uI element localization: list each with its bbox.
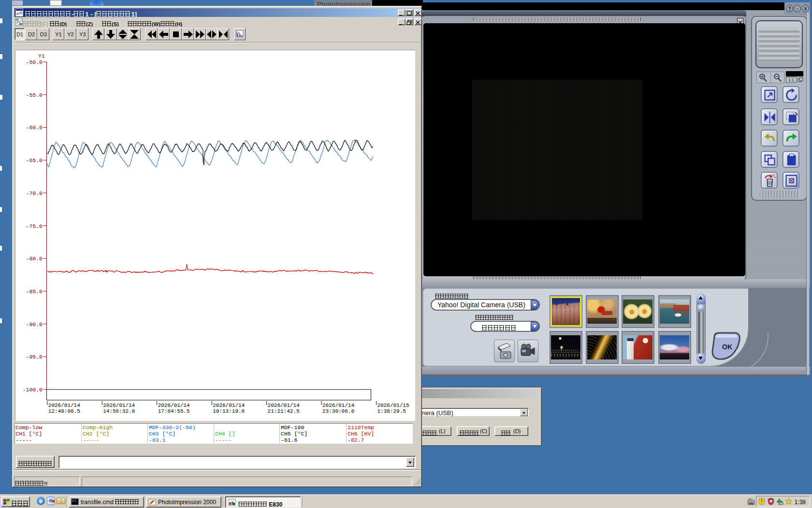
svg-text:Y1: Y1 <box>55 31 61 37</box>
svg-text:-55.0: -55.0 <box>26 92 43 98</box>
svg-text:-75.0: -75.0 <box>26 223 43 229</box>
svg-text:!: ! <box>761 499 762 504</box>
svg-text:D1: D1 <box>16 31 23 37</box>
svg-text:-95.0: -95.0 <box>26 354 43 360</box>
svg-text:-100.0: -100.0 <box>23 387 43 393</box>
svg-text:19:13:19.0: 19:13:19.0 <box>213 408 245 414</box>
svg-text:-50.0: -50.0 <box>26 59 43 65</box>
svg-text:D3: D3 <box>40 31 46 37</box>
svg-text:1:38:29.5: 1:38:29.5 <box>377 408 406 414</box>
svg-text:OK: OK <box>722 343 732 351</box>
svg-text:17:04:55.5: 17:04:55.5 <box>158 408 190 414</box>
svg-text:-80.0: -80.0 <box>26 255 43 262</box>
svg-text:2026/01/14: 2026/01/14 <box>103 403 135 408</box>
svg-text:2026/01/14: 2026/01/14 <box>213 403 245 408</box>
svg-text:-85.0: -85.0 <box>26 288 43 295</box>
svg-text:14:56:32.0: 14:56:32.0 <box>103 408 135 414</box>
svg-text:2026/01/15: 2026/01/15 <box>377 403 409 408</box>
svg-text:Y1: Y1 <box>38 53 45 59</box>
svg-text:2026/01/14: 2026/01/14 <box>158 403 190 408</box>
svg-text:21:21:42.5: 21:21:42.5 <box>268 408 300 414</box>
svg-text:-65.0: -65.0 <box>26 157 43 164</box>
svg-text:12:48:08.5: 12:48:08.5 <box>48 408 80 414</box>
svg-text:Y2: Y2 <box>67 31 73 37</box>
svg-text:Y3: Y3 <box>79 31 86 37</box>
svg-text:-70.0: -70.0 <box>26 190 43 196</box>
svg-text:2026/01/14: 2026/01/14 <box>268 403 300 408</box>
svg-text:2026/01/14: 2026/01/14 <box>322 403 354 408</box>
svg-text:23:30:06.0: 23:30:06.0 <box>322 408 354 414</box>
svg-text:-90.0: -90.0 <box>26 321 43 328</box>
svg-text:2026/01/14: 2026/01/14 <box>48 403 80 408</box>
svg-text:D2: D2 <box>28 31 34 37</box>
svg-text:-60.0: -60.0 <box>26 124 43 131</box>
